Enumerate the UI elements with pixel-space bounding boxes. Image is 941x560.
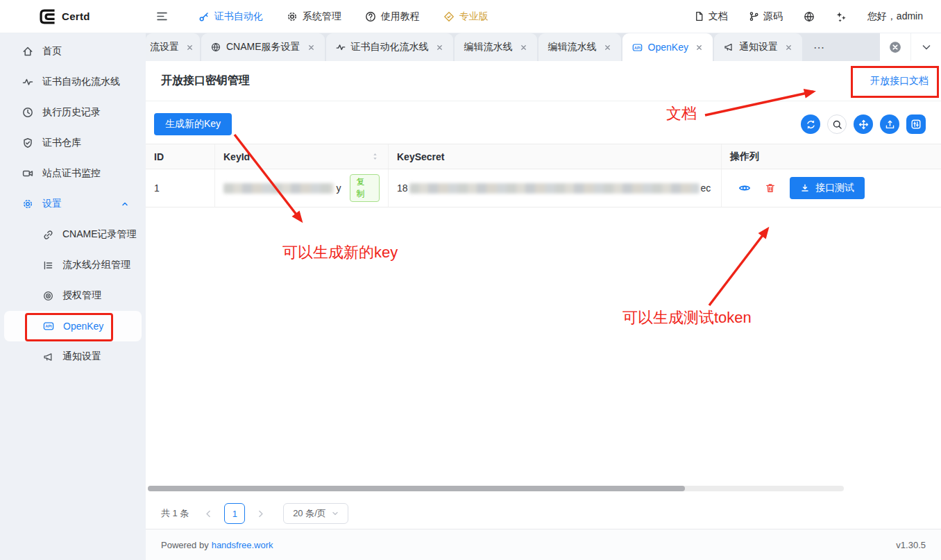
tab-openkey[interactable]: API OpenKey (622, 33, 713, 61)
shield-check-icon (22, 137, 33, 149)
next-page-button[interactable] (256, 509, 265, 518)
topbar-right: 文档 源码 您好，admin (694, 10, 941, 23)
pulse-icon (336, 42, 346, 52)
prev-page-button[interactable] (204, 509, 213, 518)
sidebar-item-cname-records[interactable]: CNAME记录管理 (4, 219, 142, 250)
document-icon (694, 11, 704, 22)
close-icon[interactable] (186, 44, 194, 51)
tab-cname-service[interactable]: CNAME服务设置 (201, 33, 325, 61)
tab-edit-pipeline-2[interactable]: 编辑流水线 (539, 33, 621, 61)
table-header-row: ID KeyId KeySecret 操作列 (146, 144, 941, 169)
git-branch-icon (749, 11, 759, 22)
handsfree-link[interactable]: handsfree.work (212, 540, 273, 550)
key-icon (198, 11, 210, 22)
cell-keyid: y 复制 (215, 169, 389, 207)
brand[interactable]: Certd (38, 8, 90, 26)
copy-tag-button[interactable]: 复制 (350, 174, 380, 202)
pagination: 共 1 条 1 20 条/页 (146, 498, 941, 529)
video-camera-icon (22, 168, 33, 179)
user-greeting[interactable]: 您好，admin (867, 10, 923, 23)
sidebar-item-site-monitor[interactable]: 站点证书监控 (0, 158, 146, 189)
close-icon[interactable] (520, 44, 527, 51)
docs-top-link[interactable]: 文档 (694, 10, 728, 23)
nav-pro-edition[interactable]: 专业版 (443, 10, 489, 23)
sidebar-item-home[interactable]: 首页 (0, 36, 146, 67)
sidebar-item-openkey[interactable]: API OpenKey (4, 311, 142, 341)
redacted-keysecret (409, 183, 700, 194)
close-icon[interactable] (604, 44, 611, 51)
close-icon[interactable] (307, 44, 315, 51)
tabs-more-button[interactable]: ⋯ (804, 33, 836, 61)
sidebar-item-pipeline-groups[interactable]: 流水线分组管理 (4, 250, 142, 280)
version-label: v1.30.5 (896, 540, 926, 550)
target-icon (43, 291, 53, 301)
sidebar-item-authorization[interactable]: 授权管理 (4, 280, 142, 311)
close-icon[interactable] (785, 44, 792, 51)
sidebar-item-notifications[interactable]: 通知设置 (4, 341, 142, 372)
columns-settings-button[interactable] (906, 114, 926, 134)
table-row: 1 y 复制 18 ec 接口测试 (146, 169, 941, 207)
data-table: ID KeyId KeySecret 操作列 1 y 复制 18 ec (146, 144, 941, 207)
pro-badge-icon (443, 11, 455, 22)
nav-system-management[interactable]: 系统管理 (287, 10, 341, 23)
refresh-button[interactable] (801, 114, 820, 134)
horizontal-scrollbar (148, 486, 844, 491)
search-button[interactable] (827, 114, 847, 134)
view-eye-icon[interactable] (738, 182, 751, 194)
column-header-actions: 操作列 (722, 144, 941, 169)
close-all-tabs-button[interactable] (880, 33, 910, 61)
close-icon[interactable] (436, 44, 443, 51)
sort-icon[interactable] (371, 152, 380, 161)
compact-move-button[interactable] (854, 114, 873, 134)
source-code-link[interactable]: 源码 (749, 10, 783, 23)
cell-id: 1 (146, 169, 215, 207)
open-api-docs-link[interactable]: 开放接口文档 (870, 75, 929, 87)
scrollbar-thumb[interactable] (148, 486, 685, 491)
menu-fold-icon[interactable] (156, 10, 168, 22)
megaphone-icon (43, 352, 53, 362)
api-badge-icon: API (43, 321, 54, 332)
sidebar-item-history[interactable]: 执行历史记录 (0, 97, 146, 128)
sidebar-item-pipelines[interactable]: 证书自动化流水线 (0, 67, 146, 97)
pulse-icon (22, 76, 33, 87)
svg-text:API: API (45, 324, 52, 328)
secret-prefix-text: 18 (397, 183, 408, 194)
language-globe-icon[interactable] (804, 11, 815, 22)
table-tools (801, 114, 933, 134)
nav-tutorial[interactable]: 使用教程 (365, 10, 420, 23)
page-number-button[interactable]: 1 (224, 503, 245, 524)
generate-key-button[interactable]: 生成新的Key (154, 113, 232, 135)
globe-icon (211, 42, 221, 52)
link-icon (43, 230, 53, 240)
api-test-button[interactable]: 接口测试 (790, 177, 865, 199)
megaphone-icon (724, 42, 734, 52)
tab-actions-panel (880, 33, 941, 61)
sidebar-item-cert-store[interactable]: 证书仓库 (0, 128, 146, 158)
home-icon (22, 46, 33, 57)
column-header-keyid[interactable]: KeyId (215, 144, 389, 169)
tab-notify-settings[interactable]: 通知设置 (714, 33, 802, 61)
tab-edit-pipeline-1[interactable]: 编辑流水线 (455, 33, 537, 61)
tab-cert-pipelines[interactable]: 证书自动化流水线 (326, 33, 453, 61)
tab-bar: 流设置 CNAME服务设置 证书自动化流水线 编辑流水线 编辑流水线 API O… (146, 33, 941, 61)
page-title: 开放接口密钥管理 (161, 74, 250, 88)
theme-sparkles-icon[interactable] (836, 11, 847, 22)
sidebar-item-settings[interactable]: 设置 (0, 189, 146, 219)
close-icon[interactable] (695, 44, 703, 51)
gear-icon (22, 198, 33, 210)
api-badge-icon: API (632, 42, 643, 53)
nav-cert-automation[interactable]: 证书自动化 (198, 10, 263, 23)
chevron-down-icon (331, 509, 339, 518)
total-count: 共 1 条 (161, 507, 189, 520)
question-icon (365, 11, 376, 22)
crud-toolbar: 生成新的Key (154, 113, 933, 135)
export-button[interactable] (880, 114, 899, 134)
sidebar: 首页 证书自动化流水线 执行历史记录 证书仓库 站点证书监控 设置 CNAME记… (0, 33, 146, 560)
delete-trash-icon[interactable] (765, 183, 776, 194)
main-content: 开放接口密钥管理 开放接口文档 生成新的Key ID (146, 61, 941, 560)
tabs-dropdown-button[interactable] (910, 33, 941, 61)
tab-clipped-settings[interactable]: 流设置 (146, 33, 200, 61)
page-size-select[interactable]: 20 条/页 (283, 503, 348, 524)
page-header: 开放接口密钥管理 开放接口文档 (146, 61, 941, 101)
powered-by-text: Powered by (161, 540, 209, 550)
